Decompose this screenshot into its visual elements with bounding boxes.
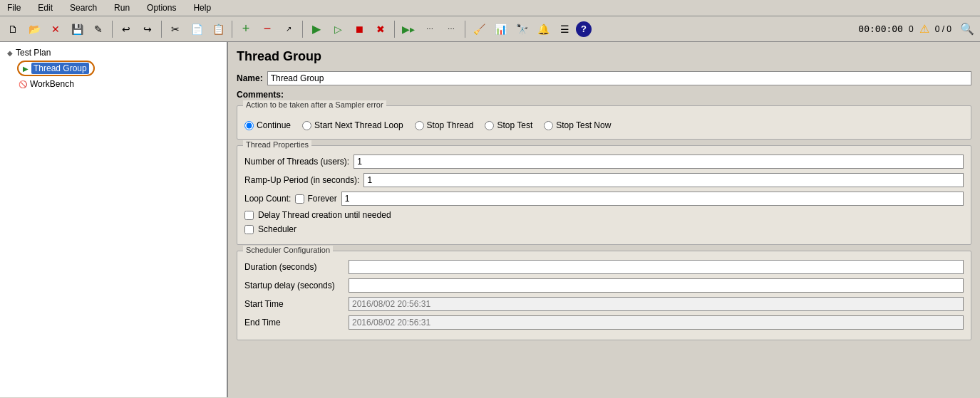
duration-row: Duration (seconds) xyxy=(244,260,964,274)
redo-button[interactable]: ↪ xyxy=(138,19,158,39)
start-time-input[interactable] xyxy=(349,297,964,311)
save-button[interactable]: 💾 xyxy=(67,19,87,39)
ramp-up-input[interactable] xyxy=(363,173,964,187)
loop-count-label: Loop Count: xyxy=(244,194,291,204)
comments-label: Comments: xyxy=(237,90,971,100)
clear-all-button[interactable]: 📊 xyxy=(490,19,510,39)
separator-3 xyxy=(232,21,232,38)
end-time-row: End Time xyxy=(244,315,964,330)
paste-button[interactable]: 📋 xyxy=(208,19,228,39)
start-no-pause-button[interactable]: ▷ xyxy=(328,19,348,39)
startup-delay-row: Startup delay (seconds) xyxy=(244,278,964,293)
duration-label: Duration (seconds) xyxy=(244,262,344,272)
delay-thread-label[interactable]: Delay Thread creation until needed xyxy=(258,210,391,220)
stop-button[interactable]: ⏹ xyxy=(349,19,369,39)
cut-button[interactable]: ✂ xyxy=(165,19,185,39)
thread-properties-section: Thread Properties Number of Threads (use… xyxy=(237,145,971,245)
clear-button[interactable]: 🧹 xyxy=(469,19,489,39)
find-button[interactable]: 🔭 xyxy=(512,19,532,39)
name-input[interactable] xyxy=(267,71,971,85)
remote-btn3[interactable]: ⋯ xyxy=(441,19,461,39)
warning-count: 0 xyxy=(909,24,914,34)
option-stop-test[interactable]: Stop Test xyxy=(485,120,532,130)
menu-file[interactable]: File xyxy=(3,1,25,14)
num-threads-label: Number of Threads (users): xyxy=(244,157,349,167)
scheduler-checkbox[interactable] xyxy=(244,225,254,234)
num-threads-input[interactable] xyxy=(354,155,964,169)
remote-btn2[interactable]: ⋯ xyxy=(420,19,440,39)
add-button[interactable]: + xyxy=(236,19,256,39)
scheduler-label[interactable]: Scheduler xyxy=(258,224,296,234)
separator-5 xyxy=(394,21,395,38)
warning-icon: ⚠ xyxy=(919,22,929,36)
content-area: Thread Group Name: Comments: Action to b… xyxy=(228,42,980,397)
scheduler-config-title: Scheduler Configuration xyxy=(243,246,333,254)
separator-1 xyxy=(112,21,113,38)
separator-2 xyxy=(161,21,162,38)
start-button[interactable]: ▶ xyxy=(306,19,326,39)
sidebar-item-workbench[interactable]: 🚫 WorkBench xyxy=(4,78,222,90)
main-layout: ◆ Test Plan ▶ Thread Group 🚫 WorkBench T… xyxy=(0,42,980,397)
start-time-label: Start Time xyxy=(244,299,344,309)
menu-edit[interactable]: Edit xyxy=(33,1,57,14)
remote-start-button[interactable]: ▶▸ xyxy=(398,19,418,39)
sampler-error-title: Action to be taken after a Sampler error xyxy=(243,100,386,109)
thread-count: 0 / 0 xyxy=(935,24,951,34)
ramp-up-row: Ramp-Up Period (in seconds): xyxy=(244,173,964,187)
sidebar: ◆ Test Plan ▶ Thread Group 🚫 WorkBench xyxy=(0,42,228,397)
copy-button[interactable]: 📄 xyxy=(187,19,207,39)
menu-bar: File Edit Search Run Options Help xyxy=(0,0,980,16)
thread-group-label: Thread Group xyxy=(31,63,89,74)
loop-count-input[interactable] xyxy=(341,192,964,206)
save-all-button[interactable]: ✎ xyxy=(88,19,108,39)
duration-input[interactable] xyxy=(349,260,964,274)
undo-button[interactable]: ↩ xyxy=(116,19,136,39)
option-continue-label: Continue xyxy=(257,120,291,130)
sidebar-item-test-plan[interactable]: ◆ Test Plan xyxy=(4,46,222,59)
loop-forever-checkbox[interactable] xyxy=(295,194,304,204)
info-button[interactable]: ? xyxy=(576,21,592,37)
menu-run[interactable]: Run xyxy=(110,1,134,14)
sampler-error-section: Action to be taken after a Sampler error… xyxy=(237,105,971,140)
loop-count-row: Loop Count: Forever xyxy=(244,192,964,206)
workbench-icon: 🚫 xyxy=(19,80,27,88)
toolbar: 🗋 📂 ✕ 💾 ✎ ↩ ↪ ✂ 📄 📋 + − ↗ ▶ ▷ ⏹ ✖ ▶▸ ⋯ ⋯… xyxy=(0,16,980,42)
startup-delay-input[interactable] xyxy=(349,278,964,293)
option-continue[interactable]: Continue xyxy=(244,120,291,130)
help-icon-button[interactable]: 🔔 xyxy=(533,19,553,39)
page-title: Thread Group xyxy=(237,49,971,64)
shutdown-button[interactable]: ✖ xyxy=(371,19,391,39)
test-plan-label: Test Plan xyxy=(16,48,51,58)
workbench-label: WorkBench xyxy=(30,79,74,89)
zoom-button[interactable]: 🔍 xyxy=(957,19,977,39)
loop-forever-label[interactable]: Forever xyxy=(307,194,336,204)
menu-options[interactable]: Options xyxy=(143,1,180,14)
ramp-up-label: Ramp-Up Period (in seconds): xyxy=(244,175,359,185)
menu-help[interactable]: Help xyxy=(189,1,215,14)
end-time-input[interactable] xyxy=(349,315,964,330)
list-button[interactable]: ☰ xyxy=(555,19,574,39)
start-time-row: Start Time xyxy=(244,297,964,311)
startup-delay-label: Startup delay (seconds) xyxy=(244,281,344,290)
num-threads-row: Number of Threads (users): xyxy=(244,155,964,169)
menu-search[interactable]: Search xyxy=(66,1,101,14)
option-stop-thread[interactable]: Stop Thread xyxy=(415,120,474,130)
remove-button[interactable]: − xyxy=(257,19,277,39)
option-stop-thread-label: Stop Thread xyxy=(427,120,474,130)
name-row: Name: xyxy=(237,71,971,85)
delay-thread-checkbox[interactable] xyxy=(244,211,254,220)
sidebar-item-thread-group[interactable]: ▶ Thread Group xyxy=(17,61,95,76)
scheduler-row: Scheduler xyxy=(244,224,964,234)
new-button[interactable]: 🗋 xyxy=(3,19,23,39)
delay-thread-row: Delay Thread creation until needed xyxy=(244,210,964,220)
option-stop-test-now[interactable]: Stop Test Now xyxy=(544,120,611,130)
option-stop-test-label: Stop Test xyxy=(497,120,532,130)
name-label: Name: xyxy=(237,73,263,83)
expand-button[interactable]: ↗ xyxy=(279,19,299,39)
thread-group-icon: ▶ xyxy=(23,65,29,73)
timer-display: 00:00:00 xyxy=(858,23,903,34)
open-button[interactable]: 📂 xyxy=(24,19,44,39)
option-start-next[interactable]: Start Next Thread Loop xyxy=(302,120,403,130)
close-button[interactable]: ✕ xyxy=(46,19,66,39)
separator-6 xyxy=(465,21,465,38)
